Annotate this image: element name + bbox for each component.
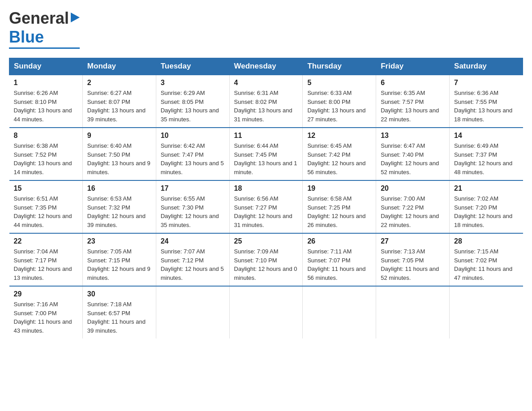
calendar-day-cell xyxy=(376,286,450,338)
calendar-day-cell: 28 Sunrise: 7:15 AM Sunset: 7:02 PM Dayl… xyxy=(450,233,523,286)
day-info: Sunrise: 6:45 AM Sunset: 7:42 PM Dayligh… xyxy=(307,141,371,176)
day-info: Sunrise: 6:53 AM Sunset: 7:32 PM Dayligh… xyxy=(87,194,151,229)
calendar-day-cell: 20 Sunrise: 7:00 AM Sunset: 7:22 PM Dayl… xyxy=(376,180,450,233)
calendar-day-cell: 17 Sunrise: 6:55 AM Sunset: 7:30 PM Dayl… xyxy=(156,180,229,233)
day-number: 7 xyxy=(454,79,518,87)
day-number: 19 xyxy=(307,184,371,193)
calendar-day-cell: 23 Sunrise: 7:05 AM Sunset: 7:15 PM Dayl… xyxy=(82,233,156,286)
day-info: Sunrise: 6:56 AM Sunset: 7:27 PM Dayligh… xyxy=(234,194,298,229)
day-number: 9 xyxy=(87,132,151,140)
day-info: Sunrise: 6:55 AM Sunset: 7:30 PM Dayligh… xyxy=(161,194,225,229)
calendar-day-cell: 29 Sunrise: 7:16 AM Sunset: 7:00 PM Dayl… xyxy=(9,286,83,338)
calendar-day-cell: 12 Sunrise: 6:45 AM Sunset: 7:42 PM Dayl… xyxy=(303,128,376,180)
calendar-table: Sunday Monday Tuesday Wednesday Thursday… xyxy=(9,58,523,338)
calendar-week-row: 29 Sunrise: 7:16 AM Sunset: 7:00 PM Dayl… xyxy=(9,286,523,338)
day-number: 6 xyxy=(381,79,445,87)
calendar-day-cell: 9 Sunrise: 6:40 AM Sunset: 7:50 PM Dayli… xyxy=(82,128,156,180)
calendar-day-cell xyxy=(229,286,303,338)
day-info: Sunrise: 7:05 AM Sunset: 7:15 PM Dayligh… xyxy=(87,247,151,282)
day-number: 1 xyxy=(14,79,78,87)
calendar-day-cell: 25 Sunrise: 7:09 AM Sunset: 7:10 PM Dayl… xyxy=(229,233,303,286)
day-info: Sunrise: 7:02 AM Sunset: 7:20 PM Dayligh… xyxy=(454,194,518,229)
logo: General Blue xyxy=(9,9,80,49)
weekday-header-row: Sunday Monday Tuesday Wednesday Thursday… xyxy=(9,58,523,75)
calendar-day-cell: 1 Sunrise: 6:26 AM Sunset: 8:10 PM Dayli… xyxy=(9,75,83,128)
day-info: Sunrise: 7:04 AM Sunset: 7:17 PM Dayligh… xyxy=(14,247,78,282)
calendar-week-row: 8 Sunrise: 6:38 AM Sunset: 7:52 PM Dayli… xyxy=(9,128,523,180)
header-tuesday: Tuesday xyxy=(156,58,229,75)
day-info: Sunrise: 6:44 AM Sunset: 7:45 PM Dayligh… xyxy=(234,141,298,176)
header-thursday: Thursday xyxy=(303,58,376,75)
calendar-day-cell: 27 Sunrise: 7:13 AM Sunset: 7:05 PM Dayl… xyxy=(376,233,450,286)
day-number: 22 xyxy=(14,237,78,245)
calendar-day-cell: 14 Sunrise: 6:49 AM Sunset: 7:37 PM Dayl… xyxy=(450,128,523,180)
day-number: 13 xyxy=(381,132,445,140)
day-number: 28 xyxy=(454,237,518,245)
calendar-day-cell: 21 Sunrise: 7:02 AM Sunset: 7:20 PM Dayl… xyxy=(450,180,523,233)
day-number: 17 xyxy=(161,184,225,193)
calendar-day-cell: 18 Sunrise: 6:56 AM Sunset: 7:27 PM Dayl… xyxy=(229,180,303,233)
day-info: Sunrise: 6:51 AM Sunset: 7:35 PM Dayligh… xyxy=(14,194,78,229)
calendar-day-cell: 7 Sunrise: 6:36 AM Sunset: 7:55 PM Dayli… xyxy=(450,75,523,128)
day-info: Sunrise: 6:26 AM Sunset: 8:10 PM Dayligh… xyxy=(14,89,78,124)
day-info: Sunrise: 6:38 AM Sunset: 7:52 PM Dayligh… xyxy=(14,141,78,176)
day-number: 15 xyxy=(14,184,78,193)
day-number: 26 xyxy=(307,237,371,245)
day-number: 4 xyxy=(234,79,298,87)
day-info: Sunrise: 6:31 AM Sunset: 8:02 PM Dayligh… xyxy=(234,89,298,124)
day-info: Sunrise: 7:15 AM Sunset: 7:02 PM Dayligh… xyxy=(454,247,518,282)
calendar-day-cell: 15 Sunrise: 6:51 AM Sunset: 7:35 PM Dayl… xyxy=(9,180,83,233)
calendar-day-cell: 5 Sunrise: 6:33 AM Sunset: 8:00 PM Dayli… xyxy=(303,75,376,128)
day-number: 27 xyxy=(381,237,445,245)
logo-general-text: General xyxy=(9,9,69,28)
day-number: 21 xyxy=(454,184,518,193)
calendar-week-row: 15 Sunrise: 6:51 AM Sunset: 7:35 PM Dayl… xyxy=(9,180,523,233)
calendar-day-cell: 26 Sunrise: 7:11 AM Sunset: 7:07 PM Dayl… xyxy=(303,233,376,286)
calendar-week-row: 22 Sunrise: 7:04 AM Sunset: 7:17 PM Dayl… xyxy=(9,233,523,286)
header-saturday: Saturday xyxy=(450,58,523,75)
day-number: 8 xyxy=(14,132,78,140)
calendar-day-cell: 10 Sunrise: 6:42 AM Sunset: 7:47 PM Dayl… xyxy=(156,128,229,180)
calendar-day-cell: 2 Sunrise: 6:27 AM Sunset: 8:07 PM Dayli… xyxy=(82,75,156,128)
day-number: 2 xyxy=(87,79,151,87)
page-header: General Blue xyxy=(9,9,523,49)
header-friday: Friday xyxy=(376,58,450,75)
day-number: 29 xyxy=(14,290,78,298)
calendar-day-cell: 16 Sunrise: 6:53 AM Sunset: 7:32 PM Dayl… xyxy=(82,180,156,233)
calendar-day-cell: 8 Sunrise: 6:38 AM Sunset: 7:52 PM Dayli… xyxy=(9,128,83,180)
day-info: Sunrise: 7:13 AM Sunset: 7:05 PM Dayligh… xyxy=(381,247,445,282)
day-info: Sunrise: 6:36 AM Sunset: 7:55 PM Dayligh… xyxy=(454,89,518,124)
logo-underline xyxy=(9,47,80,49)
day-number: 25 xyxy=(234,237,298,245)
day-info: Sunrise: 6:47 AM Sunset: 7:40 PM Dayligh… xyxy=(381,141,445,176)
calendar-day-cell: 4 Sunrise: 6:31 AM Sunset: 8:02 PM Dayli… xyxy=(229,75,303,128)
day-info: Sunrise: 6:42 AM Sunset: 7:47 PM Dayligh… xyxy=(161,141,225,176)
day-number: 18 xyxy=(234,184,298,193)
header-wednesday: Wednesday xyxy=(229,58,303,75)
day-info: Sunrise: 7:11 AM Sunset: 7:07 PM Dayligh… xyxy=(307,247,371,282)
calendar-day-cell xyxy=(156,286,229,338)
calendar-day-cell xyxy=(303,286,376,338)
day-info: Sunrise: 7:00 AM Sunset: 7:22 PM Dayligh… xyxy=(381,194,445,229)
day-info: Sunrise: 6:27 AM Sunset: 8:07 PM Dayligh… xyxy=(87,89,151,124)
day-info: Sunrise: 6:35 AM Sunset: 7:57 PM Dayligh… xyxy=(381,89,445,124)
calendar-day-cell xyxy=(450,286,523,338)
calendar-day-cell: 19 Sunrise: 6:58 AM Sunset: 7:25 PM Dayl… xyxy=(303,180,376,233)
day-number: 20 xyxy=(381,184,445,193)
day-info: Sunrise: 7:09 AM Sunset: 7:10 PM Dayligh… xyxy=(234,247,298,282)
svg-marker-0 xyxy=(71,13,80,22)
day-info: Sunrise: 6:49 AM Sunset: 7:37 PM Dayligh… xyxy=(454,141,518,176)
calendar-day-cell: 6 Sunrise: 6:35 AM Sunset: 7:57 PM Dayli… xyxy=(376,75,450,128)
logo-arrow-icon xyxy=(71,13,80,24)
day-number: 16 xyxy=(87,184,151,193)
calendar-day-cell: 3 Sunrise: 6:29 AM Sunset: 8:05 PM Dayli… xyxy=(156,75,229,128)
calendar-day-cell: 22 Sunrise: 7:04 AM Sunset: 7:17 PM Dayl… xyxy=(9,233,83,286)
day-number: 12 xyxy=(307,132,371,140)
logo-blue-text: Blue xyxy=(9,28,44,47)
day-number: 10 xyxy=(161,132,225,140)
day-info: Sunrise: 6:58 AM Sunset: 7:25 PM Dayligh… xyxy=(307,194,371,229)
day-number: 24 xyxy=(161,237,225,245)
day-number: 11 xyxy=(234,132,298,140)
calendar-day-cell: 11 Sunrise: 6:44 AM Sunset: 7:45 PM Dayl… xyxy=(229,128,303,180)
calendar-day-cell: 30 Sunrise: 7:18 AM Sunset: 6:57 PM Dayl… xyxy=(82,286,156,338)
